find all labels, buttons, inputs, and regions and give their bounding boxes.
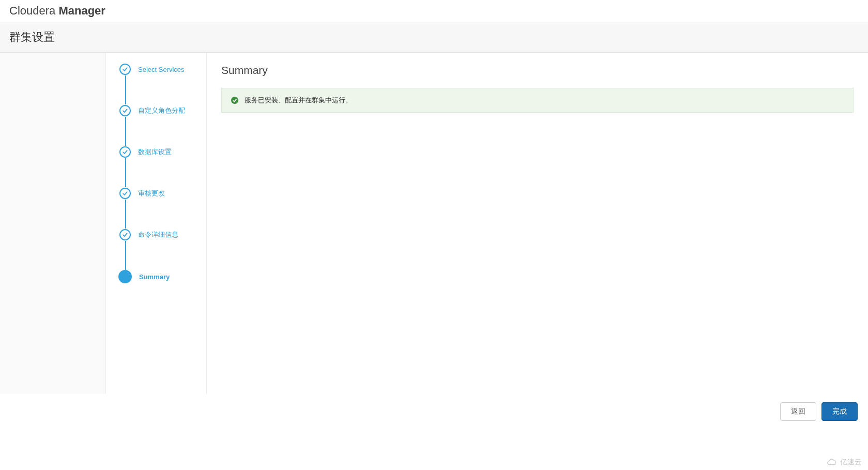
wizard-step-label: 数据库设置 bbox=[138, 147, 172, 157]
step-connector bbox=[125, 158, 126, 187]
page-title: 群集设置 bbox=[9, 29, 859, 45]
check-circle-icon bbox=[119, 105, 131, 116]
wizard-step-review[interactable]: 审核更改 bbox=[114, 187, 197, 200]
wizard-nav: Select Services 自定义角色分配 数据库设置 审核更改 bbox=[106, 53, 207, 394]
wizard-step-label: 审核更改 bbox=[138, 189, 165, 198]
app-header: Cloudera Manager bbox=[0, 0, 868, 22]
main-layout: Select Services 自定义角色分配 数据库设置 审核更改 bbox=[0, 53, 868, 394]
brand-light: Cloudera bbox=[9, 4, 58, 17]
finish-button[interactable]: 完成 bbox=[821, 402, 858, 421]
step-connector bbox=[125, 241, 126, 270]
check-circle-icon bbox=[119, 188, 131, 199]
alert-message: 服务已安装、配置并在群集中运行。 bbox=[245, 96, 352, 105]
step-connector bbox=[125, 75, 126, 104]
wizard-step-label: Summary bbox=[139, 273, 170, 281]
step-connector bbox=[125, 200, 126, 229]
check-circle-icon bbox=[119, 64, 131, 75]
wizard-step-label: Select Services bbox=[138, 66, 185, 73]
wizard-step-database[interactable]: 数据库设置 bbox=[114, 146, 197, 158]
content-panel: Summary 服务已安装、配置并在群集中运行。 bbox=[207, 53, 868, 394]
wizard-step-label: 命令详细信息 bbox=[138, 230, 178, 239]
step-connector bbox=[125, 117, 126, 146]
wizard-step-select-services[interactable]: Select Services bbox=[114, 63, 197, 75]
wizard-footer: 返回 完成 bbox=[0, 394, 868, 429]
back-button[interactable]: 返回 bbox=[780, 402, 816, 421]
wizard-step-label: 自定义角色分配 bbox=[138, 106, 185, 115]
wizard-step-custom-roles[interactable]: 自定义角色分配 bbox=[114, 104, 197, 117]
wizard-step-command-details[interactable]: 命令详细信息 bbox=[114, 229, 197, 241]
brand-bold: Manager bbox=[58, 4, 105, 17]
left-gutter bbox=[0, 53, 106, 394]
success-alert: 服务已安装、配置并在群集中运行。 bbox=[221, 88, 854, 113]
page-subheader: 群集设置 bbox=[0, 22, 868, 53]
svg-point-0 bbox=[231, 97, 238, 104]
current-step-icon bbox=[118, 270, 132, 283]
check-circle-icon bbox=[119, 146, 131, 158]
wizard-step-summary[interactable]: Summary bbox=[114, 270, 197, 283]
content-title: Summary bbox=[221, 64, 854, 77]
brand-logo: Cloudera Manager bbox=[9, 4, 105, 17]
check-circle-icon bbox=[119, 229, 131, 240]
check-circle-solid-icon bbox=[231, 97, 238, 104]
